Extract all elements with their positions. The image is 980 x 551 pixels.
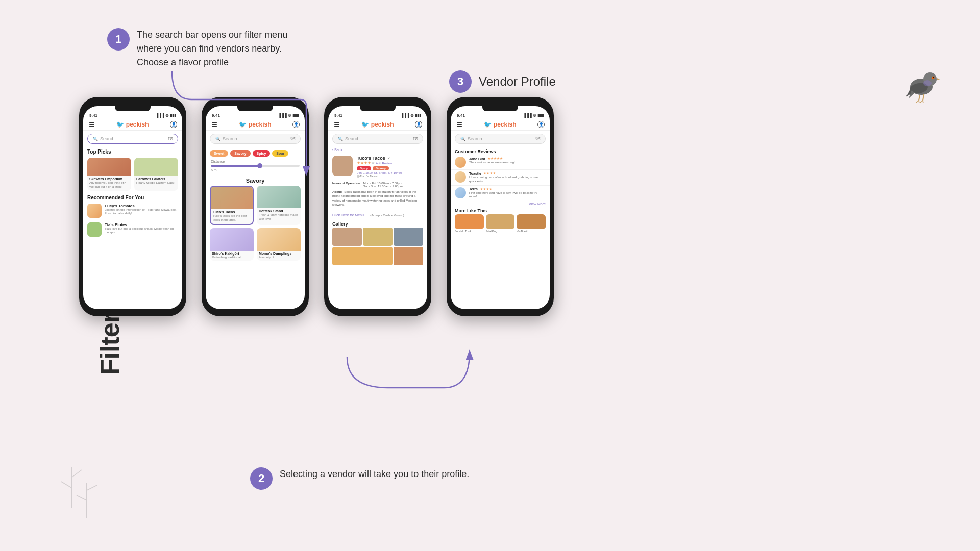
phone2-vendor3-name: Shiro's Kakigōri [210, 251, 254, 255]
phone4-reviews-title: Customer Reviews [451, 147, 550, 155]
phone2-slider-thumb[interactable] [257, 163, 262, 168]
phone1-map-icon[interactable]: 🗺 [168, 136, 173, 141]
phone2-menu-icon[interactable] [211, 121, 218, 128]
tag-sweet[interactable]: Sweet [210, 150, 228, 157]
phone4-reviewer1-text: The carnitas tacos were amazing! [469, 161, 515, 165]
phone3-menu-icon[interactable] [333, 121, 340, 128]
phone2-status-bar: 9:41 ▐▐▐ ⊜ ▮▮▮ [206, 111, 305, 119]
phone4-more1[interactable]: Souvlaki Truck [455, 214, 484, 233]
phone1-recommended: Lucy's Tamales Located on the intersecti… [83, 202, 182, 239]
phone4-more2[interactable]: Falal King [486, 214, 515, 233]
phone2-vendor1-desc: Tuco's tacos are the best tacos in the a… [211, 214, 253, 224]
phone4-logo: 🐦 peckish [484, 121, 516, 128]
phone3-gallery-img1 [332, 228, 362, 246]
phone3-menu-link[interactable]: Click Here for Menu (Accepts Cash + Venm… [328, 208, 427, 219]
phone4-more3[interactable]: Via Brasil [517, 214, 546, 233]
phone3: 9:41 ▐▐▐ ⊜ ▮▮▮ 🐦 peckish 👤 🔍 Search 🗺 ‹B… [324, 97, 431, 316]
phone4-reviewer3-avatar [455, 187, 466, 198]
svg-line-13 [923, 101, 923, 103]
phone2-signal: ▐▐▐ ⊜ ▮▮▮ [278, 113, 299, 118]
phone4-more-grid: Souvlaki Truck Falal King Via Brasil [451, 214, 550, 233]
phone1-time: 9:41 [89, 113, 97, 118]
tag-savory[interactable]: Savory [230, 150, 250, 157]
phone3-logo: 🐦 peckish [361, 121, 394, 128]
phone1-header: 🐦 peckish 👤 [83, 119, 182, 131]
phone3-map-icon[interactable]: 🗺 [413, 136, 418, 141]
phone2-logo: 🐦 peckish [239, 121, 271, 128]
phone2-search-bar[interactable]: 🔍 Search 🗺 [210, 134, 301, 144]
phone3-tag-savory[interactable]: Savory [373, 166, 389, 170]
tag-spicy[interactable]: Spicy [253, 150, 271, 157]
phone1-rec1[interactable]: Lucy's Tamales Located on the intersecti… [87, 202, 178, 220]
phone1-rec2[interactable]: Tia's Elotes Tia's love put into a delic… [87, 220, 178, 239]
phone1-pick2-name: Farrow's Falafels [134, 176, 178, 181]
step1-annotation: 1 The search bar opens our filter menu w… [107, 28, 300, 69]
phone2-distance-bar[interactable] [211, 165, 300, 167]
phone2-vendor4[interactable]: Momo's Dumplings A variety of... [257, 228, 301, 261]
phone3-about: About: Tuco's Tacos has been in operatio… [328, 189, 427, 208]
phone4-header: 🐦 peckish 👤 [451, 119, 550, 131]
phone2-distance-fill [211, 165, 260, 167]
phone2-vendor3[interactable]: Shiro's Kakigōri Refreshing traditional.… [210, 228, 254, 261]
phone4-reviewer1-stars: ★★★★★ [487, 157, 503, 161]
tag-sour[interactable]: Sour [272, 150, 288, 157]
phone1-search-text: Search [100, 136, 115, 141]
phone4-search-bar[interactable]: 🔍 Search 🗺 [455, 134, 546, 144]
phone4-review2: Toastie ★★★★ I love coming here after sc… [451, 170, 550, 186]
phone4-user-icon[interactable]: 👤 [537, 121, 545, 128]
phone4-reviewer1-avatar [455, 157, 466, 168]
phone3-gallery-img4 [332, 247, 393, 265]
svg-line-9 [923, 94, 924, 101]
phone1-pick1-desc: Any food you can think of? We can put it… [87, 181, 131, 191]
phone1-recommended-title: Recommended For You [83, 193, 182, 202]
phone4-reviewer3-text: First time here and have to say I will b… [469, 191, 546, 199]
phone3-vendor-info: Tuco's Tacos ✓ ★★★★★ Add Review Spicy Sa… [357, 156, 423, 178]
phone4-more3-label: Via Brasil [517, 230, 546, 233]
phone4-more1-label: Souvlaki Truck [455, 230, 484, 233]
phone1-pick2[interactable]: Farrow's Falafels Hearty Middle Eastern … [134, 158, 178, 191]
phone3-vendor-stars: ★★★★★ Add Review [357, 161, 423, 165]
phone4-view-more[interactable]: View More [451, 201, 550, 207]
svg-line-16 [71, 470, 82, 478]
phone1-user-icon[interactable]: 👤 [170, 121, 177, 128]
phone3-add-review[interactable]: Add Review [376, 162, 392, 165]
phone3-search-bar[interactable]: 🔍 Search 🗺 [332, 134, 423, 144]
phone3-hours-weekend: Sat - Sun: 11:00am - 9:00pm [363, 185, 403, 188]
phone1-search-bar[interactable]: 🔍 Search 🗺 [87, 134, 178, 144]
phone1-pick1[interactable]: Skewers Emporium Any food you can think … [87, 158, 131, 191]
step2-description: Selecting a vendor will take you to thei… [280, 467, 469, 481]
phone1-top-picks: Skewers Emporium Any food you can think … [83, 156, 182, 193]
phone2-vendor1[interactable]: Tuco's Tacos Tuco's tacos are the best t… [210, 186, 254, 225]
phone2-vendor2[interactable]: Hotteok Stand Fresh & tasty hotteoks mad… [257, 186, 301, 225]
phone3-user-icon[interactable]: 👤 [415, 121, 422, 128]
phone3-gallery-img2 [363, 228, 393, 246]
phone3-tag-spicy[interactable]: Spicy [357, 166, 371, 170]
phone2-user-icon[interactable]: 👤 [292, 121, 300, 128]
phone4-signal: ▐▐▐ ⊜ ▮▮▮ [523, 113, 544, 118]
step3-annotation: 3 Vendor Profile [449, 70, 556, 93]
phone2-screen: 9:41 ▐▐▐ ⊜ ▮▮▮ 🐦 peckish 👤 🔍 Search 🗺 Sw… [206, 106, 305, 309]
svg-line-11 [919, 101, 919, 103]
phone3-signal: ▐▐▐ ⊜ ▮▮▮ [401, 113, 421, 118]
phone1-menu-icon[interactable] [88, 121, 95, 128]
phone2-vendor1-img [211, 187, 253, 209]
phone4-map-icon[interactable]: 🗺 [535, 136, 540, 141]
phone3-time: 9:41 [334, 113, 342, 118]
phone2-map-icon[interactable]: 🗺 [290, 136, 295, 141]
phone1-rec2-name: Tia's Elotes [105, 222, 178, 227]
phone2-vendor3-desc: Refreshing traditional... [210, 255, 254, 261]
phone1-rec1-name: Lucy's Tamales [105, 204, 178, 208]
phone3-gallery-title: Gallery [328, 219, 427, 228]
phone2-filter-tags: Sweet Savory Spicy Sour [206, 147, 305, 159]
phone4-menu-icon[interactable] [456, 121, 463, 128]
phone3-notch [360, 106, 396, 111]
phone4-review1: Jane Bird ★★★★★ The carnitas tacos were … [451, 155, 550, 170]
phone3-verified-icon: ✓ [387, 156, 390, 160]
phone2-distance-label: Distance [211, 160, 300, 163]
phone3-vendor-name: Tuco's Tacos [357, 156, 385, 161]
svg-line-20 [77, 495, 87, 500]
phone3-back-btn[interactable]: ‹Back [328, 147, 427, 153]
step2-annotation: 2 Selecting a vendor will take you to th… [250, 467, 469, 490]
phone4-reviewer1-name: Jane Bird [469, 157, 485, 161]
phone1-status-bar: 9:41 ▐▐▐ ⊜ ▮▮▮ [83, 111, 182, 119]
